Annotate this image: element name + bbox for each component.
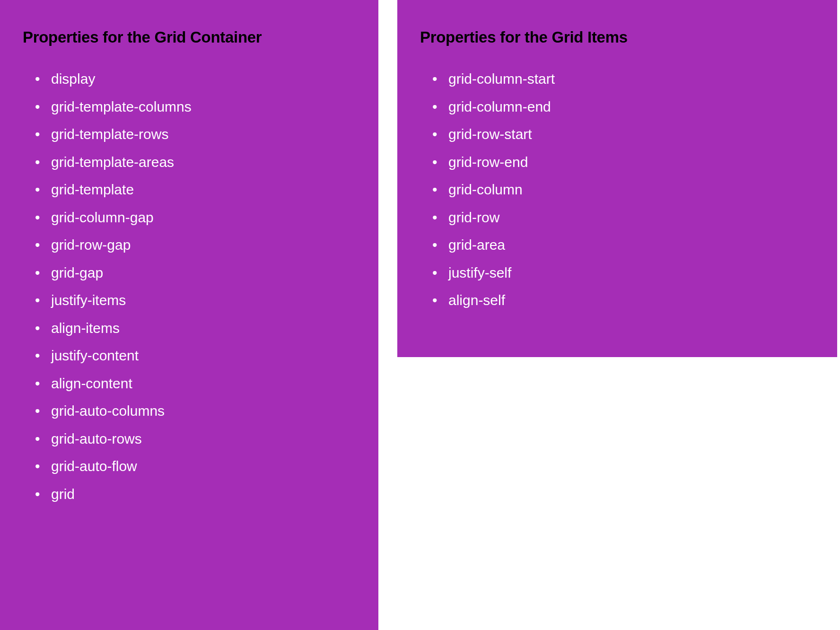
list-item: grid-column-start [448,65,814,93]
list-item: grid-column-end [448,93,814,121]
list-item: grid-auto-columns [51,397,356,425]
list-item: grid-template-columns [51,93,356,121]
list-item: grid-row-start [448,121,814,149]
list-item: grid-row-gap [51,231,356,259]
grid-items-list: grid-column-startgrid-column-endgrid-row… [420,65,814,315]
list-item: grid-template-areas [51,149,356,176]
list-item: grid-column-gap [51,204,356,232]
list-item: grid-template-rows [51,121,356,149]
grid-container-heading: Properties for the Grid Container [23,28,356,46]
grid-items-heading: Properties for the Grid Items [420,28,814,46]
list-item: justify-content [51,342,356,370]
list-item: grid [51,481,356,508]
list-item: justify-self [448,259,814,287]
grid-container-panel: Properties for the Grid Container displa… [0,0,378,630]
list-item: grid-area [448,231,814,259]
list-item: grid-auto-rows [51,425,356,453]
grid-container-list: displaygrid-template-columnsgrid-templat… [23,65,356,508]
grid-items-panel: Properties for the Grid Items grid-colum… [397,0,837,357]
list-item: display [51,65,356,93]
list-item: align-content [51,370,356,398]
list-item: grid-template [51,176,356,204]
list-item: align-self [448,287,814,315]
list-item: align-items [51,315,356,342]
list-item: grid-auto-flow [51,453,356,481]
list-item: grid-gap [51,259,356,287]
list-item: grid-row [448,204,814,232]
list-item: grid-column [448,176,814,204]
list-item: justify-items [51,287,356,315]
list-item: grid-row-end [448,149,814,176]
